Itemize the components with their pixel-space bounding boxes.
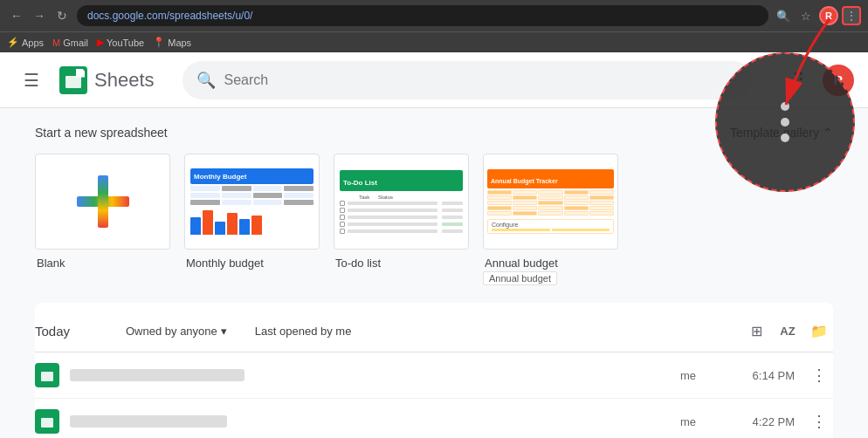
grid-view-icon: ⊞ [751,323,762,339]
file-name-1 [70,369,651,381]
monthly-budget-thumb: Monthly Budget [184,154,320,250]
files-header: Today Owned by anyone ▾ Last opened by m… [35,303,833,352]
annual-budget-tooltip: Annual budget [483,271,557,285]
browser-profile-avatar[interactable]: R [819,6,838,25]
apps-icon: ⚡ [7,37,19,48]
file-time-1: 6:14 PM [725,369,795,382]
back-button[interactable]: ← [7,6,26,25]
annual-budget-label-area: Annual budget Annual budget [483,257,618,285]
sort-icon: AZ [780,325,795,338]
sort-button[interactable]: AZ [774,317,802,345]
browser-nav-buttons: ← → ↻ [7,6,72,25]
file-name-blur-2 [70,415,227,428]
file-time-2: 4:22 PM [725,415,795,428]
dropdown-arrow-icon: ▾ [221,325,227,338]
owned-by-label: Owned by anyone [126,325,217,338]
blank-template-thumb [35,154,170,250]
youtube-icon: ▶ [97,37,104,48]
last-opened-label: Last opened by me [255,325,352,338]
files-section: Today Owned by anyone ▾ Last opened by m… [35,303,833,438]
grid-view-button[interactable]: ⊞ [742,317,770,345]
plus-icon [77,175,129,228]
blank-template-card[interactable]: Blank [35,154,170,285]
file-more-button-1[interactable]: ⋮ [805,361,833,389]
more-icon-1: ⋮ [811,366,827,385]
sheets-icon-inner [65,76,81,88]
file-more-button-2[interactable]: ⋮ [805,407,833,435]
browser-chrome: ← → ↻ docs.google.com/spreadsheets/u/0/ … [0,0,868,31]
file-owner-2: me [662,415,714,428]
bookmark-button[interactable]: ☆ [796,6,816,25]
todo-template-card[interactable]: To-Do List Task Status To [334,154,469,285]
folder-icon: 📁 [810,323,828,339]
files-title: Today [35,324,105,339]
address-text: docs.google.com/spreadsheets/u/0/ [87,10,252,22]
bookmark-youtube[interactable]: ▶ YouTube [97,37,144,48]
last-opened-filter-button[interactable]: Last opened by me [248,321,359,341]
bookmark-apps[interactable]: ⚡ Apps [7,37,44,48]
owned-by-filter-button[interactable]: Owned by anyone ▾ [119,321,234,341]
bookmark-apps-label: Apps [22,38,44,48]
search-bar[interactable]: 🔍 [183,61,754,99]
file-icon-1 [35,363,59,387]
bookmark-gmail-label: Gmail [63,38,88,48]
dot-3 [781,133,789,142]
new-section-title: Start a new spreadsheet [35,126,168,140]
bookmarks-bar: ⚡ Apps M Gmail ▶ YouTube 📍 Maps [0,31,868,52]
address-bar[interactable]: docs.google.com/spreadsheets/u/0/ [77,5,768,26]
search-browser-button[interactable]: 🔍 [774,6,793,25]
template-cards: Blank Monthly Budget [35,154,833,285]
annual-budget-label: Annual budget [483,257,618,270]
monthly-budget-template-card[interactable]: Monthly Budget [184,154,320,285]
search-icon: 🔍 [196,71,216,90]
app-name: Sheets [94,69,155,92]
forward-button[interactable]: → [30,6,49,25]
todo-thumb: To-Do List Task Status [334,154,469,250]
new-spreadsheet-section: Start a new spreadsheet Template gallery… [35,126,833,285]
file-owner-1: me [662,369,714,382]
hamburger-icon: ☰ [24,70,39,91]
browser-more-button[interactable]: ⋮ [842,6,861,25]
files-view-controls: ⊞ AZ 📁 [742,317,833,345]
three-dots-large [781,102,789,142]
new-section-header: Start a new spreadsheet Template gallery… [35,126,833,140]
gmail-icon: M [52,38,60,48]
file-icon-inner-2 [41,418,53,428]
reload-button[interactable]: ↻ [52,6,72,25]
sheets-icon [59,66,87,94]
annual-budget-thumb: Annual Budget Tracker Configure [483,154,618,250]
bookmark-maps[interactable]: 📍 Maps [153,37,191,48]
todo-label: To-do list [334,257,469,270]
more-icon-2: ⋮ [811,412,827,431]
hamburger-menu-button[interactable]: ☰ [14,63,49,98]
file-name-2 [70,415,651,428]
file-icon-inner-1 [41,372,53,381]
monthly-budget-label: Monthly budget [184,257,320,270]
dot-2 [781,118,789,127]
maps-icon: 📍 [153,37,165,48]
app-logo[interactable]: Sheets [59,66,155,94]
bookmark-youtube-label: YouTube [107,38,144,48]
annual-budget-template-card[interactable]: Annual Budget Tracker Configure [483,154,618,285]
bookmark-maps-label: Maps [168,38,191,48]
file-row: me 4:22 PM ⋮ [35,399,833,438]
search-input[interactable] [224,72,740,88]
folder-button[interactable]: 📁 [805,317,833,345]
file-row: me 6:14 PM ⋮ [35,352,833,399]
browser-actions: 🔍 ☆ R ⋮ [774,6,861,25]
blank-template-label: Blank [35,257,170,270]
file-icon-2 [35,409,59,434]
dot-1 [781,102,789,111]
file-name-blur-1 [70,369,245,381]
context-menu-overlay [715,52,855,192]
bookmark-gmail[interactable]: M Gmail [52,38,88,48]
